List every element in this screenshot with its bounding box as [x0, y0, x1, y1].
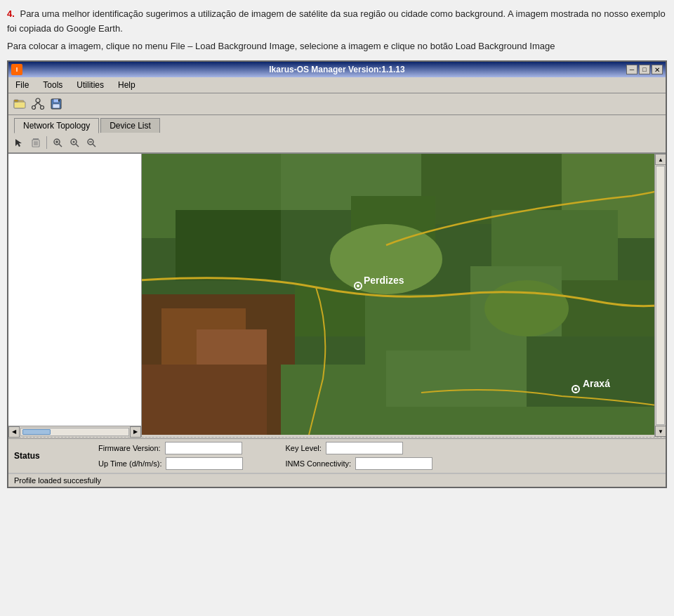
- zoom-out-button[interactable]: [84, 135, 99, 150]
- select-icon: [14, 138, 24, 148]
- title-bar-left: I: [11, 64, 22, 75]
- delete-icon: [31, 138, 41, 148]
- svg-point-5: [41, 106, 44, 110]
- zoom-fit-icon: [70, 138, 79, 148]
- scroll-up-button[interactable]: ▲: [655, 154, 666, 165]
- v-scroll-track[interactable]: [656, 166, 665, 425]
- inms-label: INMS Connectivity:: [285, 459, 351, 468]
- vertical-scrollbar: ▲ ▼: [654, 154, 666, 437]
- menu-help[interactable]: Help: [114, 79, 140, 91]
- scroll-track[interactable]: [20, 428, 129, 436]
- svg-line-7: [38, 103, 41, 106]
- tab-bar: Network Topology Device List: [8, 115, 666, 133]
- app-window: I Ikarus-OS Manager Version:1.1.13 ─ □ ✕…: [7, 60, 667, 488]
- scroll-thumb: [22, 429, 51, 435]
- toolbar: [8, 93, 666, 115]
- network-button[interactable]: [29, 96, 46, 112]
- zoom-in-button[interactable]: [50, 135, 65, 150]
- menu-file[interactable]: File: [11, 79, 33, 91]
- instructions-block: 4. Para uma melhor identificação sugerim…: [7, 7, 667, 53]
- status-bottom: Profile loaded succesfully: [8, 473, 666, 487]
- window-title: Ikarus-OS Manager Version:1.1.13: [269, 65, 404, 74]
- scroll-down-button[interactable]: ▼: [655, 426, 666, 437]
- minimize-button[interactable]: ─: [626, 65, 637, 74]
- svg-rect-10: [53, 104, 60, 108]
- tool-separator: [46, 136, 47, 149]
- keylevel-label: Key Level:: [285, 444, 321, 452]
- right-status-fields: Key Level: INMS Connectivity:: [285, 442, 432, 470]
- uptime-input[interactable]: [166, 457, 243, 470]
- open-icon: [13, 98, 26, 110]
- status-fields: Firmware Version: Up Time (d/h/m/s): Key…: [56, 442, 660, 470]
- menu-utilities[interactable]: Utilities: [72, 79, 108, 91]
- tab-device-list[interactable]: Device List: [100, 118, 160, 133]
- status-bar: Status Firmware Version: Up Time (d/h/m/…: [8, 438, 666, 487]
- firmware-input[interactable]: [165, 442, 242, 454]
- inms-group: INMS Connectivity:: [285, 457, 432, 470]
- tool-bar: [8, 133, 666, 153]
- status-row: Status Firmware Version: Up Time (d/h/m/…: [8, 439, 666, 473]
- uptime-label: Up Time (d/h/m/s):: [98, 459, 161, 468]
- open-button[interactable]: [11, 96, 28, 112]
- save-button[interactable]: [48, 96, 65, 112]
- app-icon: I: [11, 64, 22, 75]
- araxa-label: Araxá: [583, 378, 610, 389]
- firmware-group: Firmware Version:: [98, 442, 243, 454]
- main-content: ◀ ▶: [8, 153, 666, 437]
- zoom-in-icon: [53, 138, 62, 148]
- instruction-num: 4.: [7, 8, 15, 19]
- left-panel: ◀ ▶: [8, 154, 142, 437]
- instruction-text-b: Para colocar a imagem, clique no menu Fi…: [7, 41, 555, 51]
- svg-point-49: [357, 284, 359, 287]
- svg-rect-44: [386, 350, 527, 407]
- close-button[interactable]: ✕: [652, 65, 663, 74]
- instruction-text: Para uma melhor identificação sugerimos …: [7, 8, 666, 34]
- svg-point-47: [484, 280, 569, 336]
- select-tool-button[interactable]: [11, 135, 27, 150]
- map-svg: Perdizes Araxá: [142, 154, 666, 435]
- zoom-out-icon: [86, 138, 96, 148]
- uptime-group: Up Time (d/h/m/s):: [98, 457, 243, 470]
- keylevel-group: Key Level:: [285, 442, 432, 454]
- svg-point-23: [73, 141, 75, 143]
- svg-rect-9: [53, 99, 59, 103]
- svg-line-20: [59, 144, 62, 147]
- network-icon: [32, 98, 44, 110]
- profile-message: Profile loaded succesfully: [14, 476, 101, 485]
- keylevel-input[interactable]: [326, 442, 403, 454]
- left-status-fields: Firmware Version: Up Time (d/h/m/s):: [98, 442, 243, 470]
- svg-rect-1: [14, 102, 25, 108]
- scroll-left-button[interactable]: ◀: [8, 426, 20, 438]
- svg-rect-2: [14, 100, 18, 102]
- status-main-label: Status: [14, 451, 56, 461]
- map-area[interactable]: Perdizes Araxá ▲ ▼: [142, 154, 666, 437]
- svg-line-6: [34, 103, 38, 106]
- svg-point-51: [574, 388, 577, 391]
- svg-line-26: [93, 144, 95, 147]
- svg-rect-11: [58, 100, 60, 102]
- svg-point-3: [36, 98, 40, 103]
- maximize-button[interactable]: □: [639, 65, 650, 74]
- menu-bar: File Tools Utilities Help: [8, 77, 666, 93]
- tab-network-topology[interactable]: Network Topology: [14, 118, 99, 133]
- scroll-right-button[interactable]: ▶: [130, 426, 141, 438]
- delete-tool-button[interactable]: [28, 135, 44, 150]
- save-icon: [50, 98, 62, 110]
- svg-rect-38: [142, 365, 267, 435]
- menu-tools[interactable]: Tools: [39, 79, 67, 91]
- inms-input[interactable]: [355, 457, 432, 470]
- svg-rect-39: [295, 280, 365, 336]
- svg-line-22: [76, 144, 79, 147]
- svg-point-4: [32, 106, 36, 110]
- horizontal-scrollbar: ◀ ▶: [8, 426, 141, 437]
- perdizes-label: Perdizes: [364, 275, 404, 286]
- title-bar: I Ikarus-OS Manager Version:1.1.13 ─ □ ✕: [8, 62, 666, 77]
- firmware-label: Firmware Version:: [98, 444, 161, 452]
- svg-rect-45: [527, 336, 666, 407]
- title-buttons: ─ □ ✕: [626, 65, 663, 74]
- zoom-fit-button[interactable]: [67, 135, 82, 150]
- svg-rect-32: [176, 210, 281, 280]
